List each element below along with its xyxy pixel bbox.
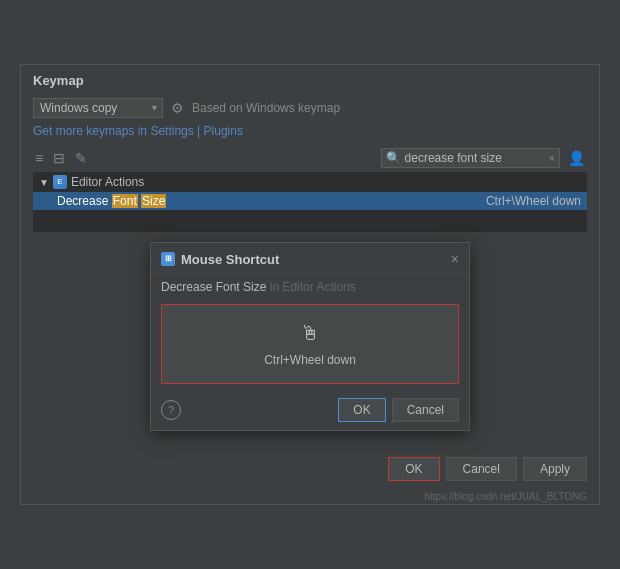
tree-group-label: Editor Actions: [71, 175, 144, 189]
plugins-link[interactable]: Plugins: [204, 124, 243, 138]
keymap-toolbar: Windows copy ▼ ⚙ Based on Windows keymap: [21, 92, 599, 124]
search-clear-icon[interactable]: ×: [549, 152, 555, 164]
find-user-icon[interactable]: 👤: [566, 148, 587, 168]
dialog-buttons: ? OK Cancel: [151, 390, 469, 430]
dialog-title-icon: ⊞: [161, 252, 175, 266]
footer-ok-button[interactable]: OK: [388, 457, 439, 481]
keymap-window: Keymap Windows copy ▼ ⚙ Based on Windows…: [20, 64, 600, 505]
shortcut-display-area: 🖱 Ctrl+Wheel down: [161, 304, 459, 384]
dialog-title: ⊞ Mouse Shortcut: [161, 252, 279, 267]
highlight-font: Font: [112, 194, 138, 208]
tree-expand-icon[interactable]: ▼: [39, 177, 49, 188]
dialog-cancel-button[interactable]: Cancel: [392, 398, 459, 422]
tree-row-item-label: Decrease Font Size: [57, 194, 166, 208]
tree-icon[interactable]: ⊟: [51, 148, 67, 168]
mouse-shortcut-dialog: ⊞ Mouse Shortcut × Decrease Font Size in…: [150, 242, 470, 431]
based-on-text: Based on Windows keymap: [192, 101, 340, 115]
shortcut-display-text: Ctrl+Wheel down: [264, 353, 356, 367]
highlight-size: Size: [141, 194, 166, 208]
editor-actions-icon: E: [53, 175, 67, 189]
main-footer: OK Cancel Apply: [21, 449, 599, 489]
toolbar-icons: ≡ ⊟ ✎: [33, 148, 89, 168]
search-input[interactable]: [405, 151, 545, 165]
search-toolbar: ≡ ⊟ ✎ 🔍 × 👤: [21, 144, 599, 172]
shortcut-label: Ctrl+\Wheel down: [486, 194, 581, 208]
footer-apply-button[interactable]: Apply: [523, 457, 587, 481]
watermark: https://blog.csdn.net/JUAL_BLTONG: [21, 489, 599, 504]
search-box[interactable]: 🔍 ×: [381, 148, 560, 168]
help-button[interactable]: ?: [161, 400, 181, 420]
search-icon: 🔍: [386, 151, 401, 165]
edit-icon[interactable]: ✎: [73, 148, 89, 168]
tree-row[interactable]: Decrease Font Size Ctrl+\Wheel down: [33, 192, 587, 210]
dialog-overlay: ⊞ Mouse Shortcut × Decrease Font Size in…: [33, 242, 587, 431]
dialog-ok-button[interactable]: OK: [338, 398, 385, 422]
window-title: Keymap: [21, 65, 599, 92]
keymap-dropdown[interactable]: Windows copy: [33, 98, 163, 118]
settings-link[interactable]: Settings: [150, 124, 193, 138]
footer-cancel-button[interactable]: Cancel: [446, 457, 517, 481]
mouse-icon: 🖱: [300, 322, 320, 345]
tree-group-header[interactable]: ▼ E Editor Actions: [33, 172, 587, 192]
dialog-subtitle: Decrease Font Size in Editor Actions: [151, 274, 469, 298]
dialog-close-button[interactable]: ×: [451, 251, 459, 267]
list-icon[interactable]: ≡: [33, 148, 45, 168]
keymap-dropdown-wrapper[interactable]: Windows copy ▼: [33, 98, 163, 118]
gear-icon[interactable]: ⚙: [171, 100, 184, 116]
dialog-title-bar: ⊞ Mouse Shortcut ×: [151, 243, 469, 274]
links-bar: Get more keymaps in Settings | Plugins: [21, 124, 599, 144]
tree-area: ▼ E Editor Actions Decrease Font Size Ct…: [33, 172, 587, 232]
